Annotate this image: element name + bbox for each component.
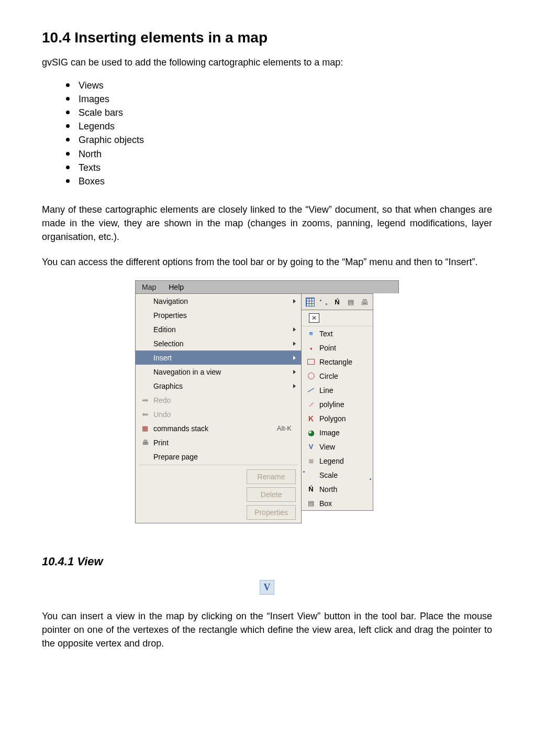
menu-label: Navegation in a view: [153, 368, 289, 376]
insert-item-circle[interactable]: Circle: [302, 369, 373, 383]
blank-icon: [141, 453, 149, 461]
undo-icon: ⬅: [141, 410, 149, 419]
insert-item-text[interactable]: ≡ Text: [302, 326, 373, 341]
scale-icon: [307, 471, 315, 479]
menu-label: commands stack: [153, 424, 273, 433]
line-icon: [307, 386, 315, 395]
list-item: Texts: [66, 161, 492, 174]
polygon-icon: K: [307, 414, 315, 423]
insert-item-north[interactable]: Ń North: [302, 482, 373, 496]
menu-item-nav-in-view[interactable]: Navegation in a view: [136, 365, 301, 379]
insert-item-image[interactable]: ◕ Image: [302, 425, 373, 440]
blank-icon: [141, 339, 149, 348]
list-item: Images: [66, 92, 492, 106]
menu-label: Graphics: [153, 382, 289, 390]
menu-item-selection[interactable]: Selection: [136, 336, 301, 350]
menu-label: Text: [319, 330, 368, 338]
list-item: Graphic objects: [66, 133, 492, 147]
menu-label: View: [319, 443, 368, 451]
menu-item-edition[interactable]: Edition: [136, 322, 301, 336]
paragraph: You can insert a view in the map by clic…: [42, 609, 492, 650]
rename-button: Rename: [247, 469, 296, 484]
menu-item-print[interactable]: 🖶 Print: [136, 435, 301, 450]
menu-label: Point: [319, 344, 368, 352]
submenu-arrow-icon: [293, 342, 296, 346]
submenu-arrow-icon: [293, 299, 296, 303]
legend-icon: ≣: [307, 457, 315, 465]
blank-icon: [141, 311, 149, 320]
view-tool-icon-figure: V: [42, 580, 492, 595]
menu-label: Undo: [153, 410, 296, 419]
menu-label: Selection: [153, 339, 289, 348]
menu-label: Insert: [153, 354, 289, 362]
delete-button: Delete: [247, 487, 296, 502]
document-page: 10.4 Inserting elements in a map gvSIG c…: [0, 0, 534, 756]
box-icon: ▤: [307, 499, 315, 508]
menu-label: Box: [319, 499, 368, 508]
properties-button: Properties: [247, 505, 296, 520]
blank-icon: [141, 354, 149, 362]
menubar-item-map[interactable]: Map: [136, 281, 162, 293]
menu-label: Prepare page: [153, 453, 296, 461]
menu-label: Scale: [319, 471, 368, 479]
menu-item-graphics[interactable]: Graphics: [136, 379, 301, 393]
toolbar-strip: Ń ▤ 🖶: [302, 293, 373, 310]
insert-item-line[interactable]: Line: [302, 383, 373, 397]
menu-item-prepare-page[interactable]: Prepare page: [136, 450, 301, 464]
print-icon: 🖶: [141, 439, 149, 447]
menu-label: Line: [319, 386, 368, 395]
menu-label: Edition: [153, 325, 289, 334]
insert-item-polygon[interactable]: K Polygon: [302, 411, 373, 425]
list-item: Views: [66, 79, 492, 92]
menu-item-navigation[interactable]: Navigation: [136, 294, 301, 308]
rectangle-icon: [307, 358, 315, 366]
menu-label: Image: [319, 429, 368, 437]
insert-item-polyline[interactable]: ⟋ polyline: [302, 397, 373, 411]
point-icon: ⬥: [307, 344, 315, 352]
menu-separator: [139, 465, 298, 465]
menu-item-insert[interactable]: Insert: [136, 350, 301, 365]
menu-item-properties[interactable]: Properties: [136, 308, 301, 322]
list-item: North: [66, 147, 492, 161]
blank-icon: [141, 297, 149, 305]
submenu-arrow-icon: [293, 356, 296, 360]
circle-icon: [307, 372, 315, 380]
menu-label: North: [319, 485, 368, 494]
list-item: Legends: [66, 119, 492, 133]
north-tool-icon[interactable]: Ń: [332, 297, 342, 307]
insert-item-point[interactable]: ⬥ Point: [302, 341, 373, 355]
grid-tool-icon[interactable]: [305, 297, 315, 307]
menubar: Map Help: [135, 280, 399, 293]
menus-row: Navigation Properties Edition Selection: [135, 293, 399, 523]
menu-label: Redo: [153, 396, 296, 404]
menu-label: Rectangle: [319, 358, 368, 366]
submenu-arrow-icon: [293, 327, 296, 332]
polyline-icon: ⟋: [307, 400, 315, 409]
redo-icon: ➡: [141, 396, 149, 404]
section-heading: 10.4 Inserting elements in a map: [42, 29, 492, 46]
menu-item-commands-stack[interactable]: ▦ commands stack Alt-K: [136, 421, 301, 435]
close-icon[interactable]: ✕: [309, 313, 319, 323]
view-icon: V: [307, 443, 315, 451]
insert-item-scale[interactable]: Scale: [302, 468, 373, 482]
menu-label: Print: [153, 439, 296, 447]
insert-item-box[interactable]: ▤ Box: [302, 496, 373, 510]
grid-icon: ▦: [141, 424, 149, 433]
menu-accelerator: Alt-K: [277, 424, 296, 432]
blank-icon: [141, 368, 149, 376]
map-dropdown: Navigation Properties Edition Selection: [135, 293, 302, 523]
insert-item-legend[interactable]: ≣ Legend: [302, 454, 373, 468]
menu-label: Circle: [319, 372, 368, 380]
box-tool-icon[interactable]: ▤: [346, 297, 356, 307]
menu-label: Legend: [319, 457, 368, 465]
scale-tool-icon[interactable]: [318, 297, 329, 307]
insert-item-view[interactable]: V View: [302, 440, 373, 454]
menu-item-undo: ⬅ Undo: [136, 407, 301, 421]
insert-item-rectangle[interactable]: Rectangle: [302, 355, 373, 369]
submenu-arrow-icon: [293, 384, 296, 388]
right-column: Ń ▤ 🖶 ✕ ≡ Text ⬥: [302, 293, 373, 523]
print-tool-icon[interactable]: 🖶: [359, 297, 370, 307]
menu-label: Properties: [153, 311, 296, 320]
paragraph: Many of these cartographic elements are …: [42, 203, 492, 244]
menubar-item-help[interactable]: Help: [162, 281, 190, 293]
